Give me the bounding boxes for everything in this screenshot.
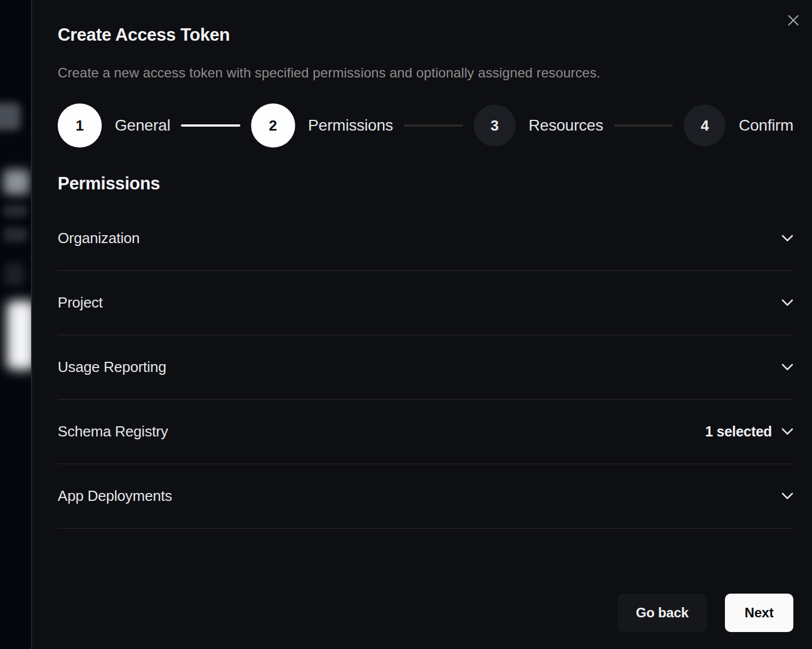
section-label: Usage Reporting bbox=[58, 358, 166, 376]
step-number-circle: 2 bbox=[251, 103, 295, 148]
blurred-background-text bbox=[3, 170, 29, 194]
permission-section-app-deployments[interactable]: App Deployments bbox=[58, 464, 793, 529]
close-button[interactable] bbox=[785, 12, 801, 28]
wizard-stepper: 1 General 2 Permissions 3 Resources 4 Co… bbox=[58, 103, 793, 148]
section-label: App Deployments bbox=[58, 487, 172, 505]
background-page-sliver bbox=[0, 0, 31, 649]
permission-section-organization[interactable]: Organization bbox=[58, 206, 793, 271]
create-access-token-dialog: Create Access Token Create a new access … bbox=[31, 0, 812, 649]
chevron-down-icon bbox=[781, 364, 793, 371]
blurred-background-text bbox=[0, 103, 20, 130]
permission-section-project[interactable]: Project bbox=[58, 271, 793, 335]
permissions-heading: Permissions bbox=[58, 174, 793, 194]
chevron-down-icon bbox=[781, 235, 793, 242]
step-number-circle: 3 bbox=[474, 105, 516, 146]
blurred-background-text bbox=[3, 205, 27, 217]
step-label: General bbox=[115, 116, 170, 135]
dialog-footer: Go back Next bbox=[617, 594, 793, 632]
permission-sections-list: Organization Project Usage bbox=[58, 206, 793, 529]
step-number-circle: 4 bbox=[684, 105, 725, 146]
chevron-down-icon bbox=[781, 428, 793, 435]
permission-section-usage-reporting[interactable]: Usage Reporting bbox=[58, 335, 793, 400]
step-resources[interactable]: 3 Resources bbox=[474, 105, 603, 146]
close-icon bbox=[788, 15, 799, 26]
step-label: Resources bbox=[529, 116, 603, 135]
step-general[interactable]: 1 General bbox=[58, 103, 170, 148]
step-connector bbox=[181, 124, 240, 127]
step-connector bbox=[404, 124, 463, 127]
next-button[interactable]: Next bbox=[725, 594, 793, 632]
step-permissions[interactable]: 2 Permissions bbox=[251, 103, 393, 148]
section-label: Project bbox=[58, 294, 103, 311]
step-connector bbox=[614, 124, 673, 127]
blurred-background-button bbox=[7, 301, 31, 370]
blurred-background-text bbox=[3, 227, 27, 242]
step-confirm[interactable]: 4 Confirm bbox=[684, 105, 793, 146]
go-back-button[interactable]: Go back bbox=[617, 594, 706, 632]
selection-count-badge: 1 selected bbox=[705, 423, 772, 440]
step-number-circle: 1 bbox=[58, 103, 102, 148]
dialog-subtitle: Create a new access token with specified… bbox=[58, 65, 793, 81]
step-label: Permissions bbox=[308, 116, 393, 135]
dialog-title: Create Access Token bbox=[58, 0, 793, 45]
section-label: Schema Registry bbox=[58, 423, 168, 440]
blurred-background-icon bbox=[5, 263, 24, 285]
permission-section-schema-registry[interactable]: Schema Registry 1 selected bbox=[58, 400, 793, 464]
section-label: Organization bbox=[58, 230, 140, 247]
chevron-down-icon bbox=[781, 299, 793, 306]
step-label: Confirm bbox=[738, 116, 793, 135]
chevron-down-icon bbox=[781, 492, 793, 500]
